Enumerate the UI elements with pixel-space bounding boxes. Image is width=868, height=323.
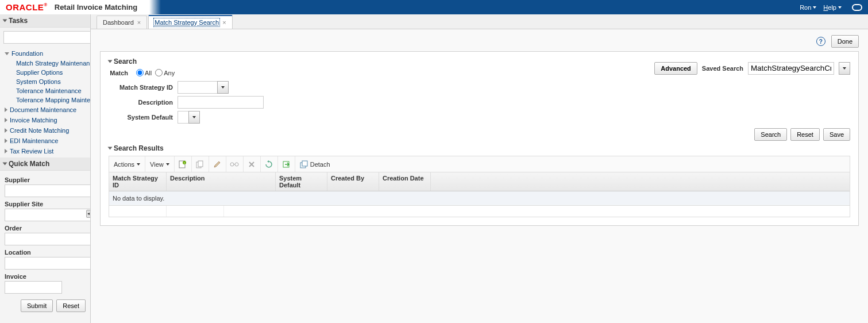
- tasks-header-label: Tasks: [9, 17, 28, 25]
- system-default-dropdown[interactable]: [188, 111, 200, 124]
- quick-match-header-label: Quick Match: [9, 160, 49, 168]
- search-panel: Search Match All Any Advanced Saved Sear…: [100, 51, 859, 226]
- disclose-icon: [3, 20, 7, 22]
- tree-item-doc-maint[interactable]: Document Maintenance: [0, 105, 90, 115]
- qm-invoice-input[interactable]: [5, 281, 62, 294]
- qm-supplier-site-input[interactable]: [5, 209, 91, 221]
- svg-point-7: [230, 163, 234, 166]
- svg-rect-6: [198, 161, 203, 167]
- match-any-radio[interactable]: [155, 69, 163, 76]
- disclose-icon: [3, 163, 7, 166]
- help-icon[interactable]: ?: [816, 37, 825, 46]
- qm-reset-button[interactable]: Reset: [56, 299, 86, 312]
- view-icon[interactable]: [226, 156, 244, 172]
- close-icon[interactable]: ×: [222, 19, 226, 26]
- qm-submit-button[interactable]: Submit: [21, 299, 53, 312]
- save-button[interactable]: Save: [823, 128, 850, 141]
- results-section-header[interactable]: Search Results: [109, 144, 850, 152]
- qm-label-supplier-site: Supplier Site: [5, 201, 86, 207]
- delete-icon[interactable]: [244, 156, 261, 172]
- create-icon[interactable]: +: [175, 156, 192, 172]
- results-toolbar: Actions View + Detach: [109, 156, 850, 172]
- disclose-icon: [108, 60, 113, 63]
- svg-point-8: [235, 163, 238, 166]
- tree-item-invoice-matching[interactable]: Invoice Matching: [0, 115, 90, 125]
- svg-rect-12: [302, 161, 307, 166]
- detach-button[interactable]: Detach: [295, 156, 335, 172]
- content-area: Dashboard × Match Strategy Search × ? Do…: [91, 14, 868, 323]
- user-menu[interactable]: Ron: [800, 4, 816, 11]
- system-default-input[interactable]: [178, 111, 189, 124]
- expand-icon: [5, 139, 7, 143]
- tree-item-supplier-options[interactable]: Supplier Options: [0, 68, 90, 77]
- qm-location-input[interactable]: [5, 257, 91, 270]
- description-input[interactable]: [178, 96, 264, 109]
- match-label: Match: [109, 70, 133, 76]
- tab-dashboard[interactable]: Dashboard ×: [97, 16, 147, 29]
- match-strategy-id-dropdown[interactable]: [217, 81, 229, 94]
- saved-search-select[interactable]: [748, 62, 834, 75]
- reset-button[interactable]: Reset: [790, 128, 820, 141]
- col-description[interactable]: Description: [167, 172, 276, 191]
- tasks-panel-header[interactable]: Tasks: [0, 14, 90, 28]
- results-header-label: Search Results: [114, 144, 164, 152]
- match-any-label: Any: [164, 70, 175, 76]
- col-created-by[interactable]: Created By: [327, 172, 379, 191]
- oracle-logo: ORACLE®: [6, 2, 48, 12]
- view-menu[interactable]: View: [145, 156, 175, 172]
- qm-supplier-input[interactable]: [5, 184, 91, 197]
- match-all-label: All: [145, 70, 152, 76]
- tree-item-tolerance-maint[interactable]: Tolerance Maintenance: [0, 86, 90, 95]
- expand-icon: [5, 128, 7, 133]
- results-grid: Match Strategy ID Description System Def…: [109, 172, 850, 217]
- tree-item-foundation[interactable]: Foundation: [0, 48, 90, 59]
- tab-match-strategy-search[interactable]: Match Strategy Search ×: [148, 15, 232, 29]
- tab-bar: Dashboard × Match Strategy Search ×: [91, 14, 868, 29]
- close-icon[interactable]: ×: [137, 19, 141, 26]
- actions-menu[interactable]: Actions: [109, 156, 145, 172]
- saved-search-label: Saved Search: [702, 65, 743, 72]
- chevron-down-icon: [838, 6, 842, 9]
- tree-item-credit-note[interactable]: Credit Note Matching: [0, 125, 90, 136]
- help-menu[interactable]: Help: [823, 4, 842, 11]
- search-button[interactable]: Search: [754, 128, 787, 141]
- duplicate-icon[interactable]: [192, 156, 209, 172]
- svg-text:+: +: [184, 161, 186, 164]
- description-label: Description: [109, 99, 178, 106]
- app-title: Retail Invoice Matching: [55, 3, 137, 11]
- oracle-icon: [852, 4, 862, 11]
- expand-icon: [5, 149, 7, 153]
- col-system-default[interactable]: System Default: [276, 172, 327, 191]
- tasks-search-input[interactable]: [3, 31, 91, 44]
- qm-label-location: Location: [5, 249, 86, 256]
- sidebar: Tasks Foundation Match Strategy Maintena…: [0, 14, 91, 323]
- qm-order-input[interactable]: [5, 233, 91, 245]
- tree-item-system-options[interactable]: System Options: [0, 77, 90, 86]
- grid-footer: [109, 205, 850, 217]
- advanced-button[interactable]: Advanced: [654, 62, 697, 75]
- export-icon[interactable]: [278, 156, 295, 172]
- search-section-header[interactable]: Search: [109, 57, 175, 66]
- match-all-radio[interactable]: [136, 69, 144, 76]
- tree-item-tolerance-mapping[interactable]: Tolerance Mapping Maintena: [0, 95, 90, 105]
- grid-header: Match Strategy ID Description System Def…: [109, 172, 850, 191]
- qm-label-supplier: Supplier: [5, 176, 86, 183]
- qm-label-order: Order: [5, 225, 86, 232]
- col-match-strategy-id[interactable]: Match Strategy ID: [109, 172, 167, 191]
- refresh-icon[interactable]: [261, 156, 278, 172]
- edit-icon[interactable]: [209, 156, 226, 172]
- global-header: ORACLE® Retail Invoice Matching Ron Help: [0, 0, 868, 14]
- tasks-tree: Foundation Match Strategy Maintenance Su…: [0, 47, 90, 157]
- quick-match-header[interactable]: Quick Match: [0, 157, 90, 171]
- detach-icon: [300, 160, 308, 168]
- saved-search-dropdown[interactable]: [839, 62, 850, 75]
- match-strategy-id-input[interactable]: [178, 81, 218, 94]
- col-creation-date[interactable]: Creation Date: [379, 172, 431, 191]
- sidebar-collapse-handle[interactable]: ◂: [86, 210, 91, 218]
- tree-item-tax-review[interactable]: Tax Review List: [0, 146, 90, 156]
- tab-label: Dashboard: [103, 19, 134, 26]
- tree-item-match-strategy[interactable]: Match Strategy Maintenance: [0, 59, 90, 68]
- tree-item-edi-maint[interactable]: EDI Maintenance: [0, 136, 90, 146]
- done-button[interactable]: Done: [831, 35, 859, 48]
- chevron-down-icon: [813, 6, 816, 9]
